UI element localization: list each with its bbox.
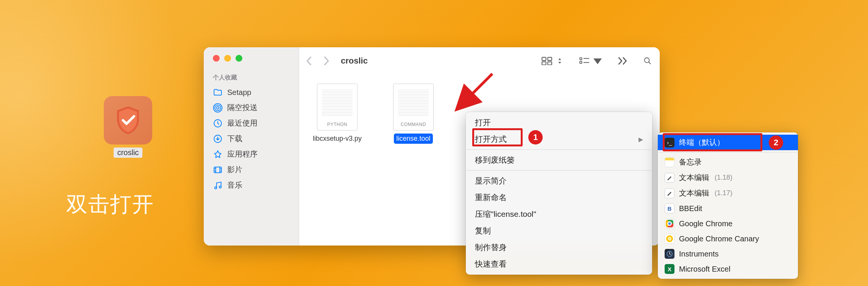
folder-icon [213,87,223,97]
menu-divider [467,170,651,171]
svg-point-14 [645,58,649,63]
submenu-item-chrome[interactable]: Google Chrome [658,216,798,231]
chrome-canary-app-icon [665,234,674,244]
submenu-item-terminal[interactable]: ›_ 终端（默认） [658,135,798,150]
sidebar-item-label: 应用程序 [227,149,258,159]
svg-point-6 [215,187,217,188]
desktop-app-shortcut[interactable]: croslic [104,96,152,158]
nav-back-button[interactable] [306,56,313,66]
menu-divider [659,152,797,152]
svg-rect-12 [580,58,582,59]
open-with-submenu: ›_ 终端（默认） 备忘录 文本编辑(1.18) 文本编辑(1.17) B BB… [658,132,798,279]
search-button[interactable] [642,57,653,65]
sidebar-item-label: Setapp [227,88,251,97]
file-item[interactable]: COMMAND license.tool [386,84,441,144]
sidebar-item-label: 下载 [227,134,242,144]
movies-icon [213,165,223,175]
sidebar-item-label: 最近使用 [227,118,258,128]
svg-rect-11 [548,62,552,65]
instruments-app-icon [665,249,674,259]
svg-rect-8 [542,58,546,61]
maximize-window-button[interactable] [236,55,242,62]
sidebar-item-airdrop[interactable]: 隔空投送 [204,100,299,115]
sidebar-item-label: 隔空投送 [227,103,258,113]
menu-item-quicklook[interactable]: 快速查看 [466,256,652,272]
file-name-label: libcxsetup-v3.py [311,134,364,144]
sidebar-item-movies[interactable]: 影片 [204,162,299,177]
file-name-label: license.tool [394,134,432,144]
download-icon [213,134,223,144]
excel-app-icon: X [665,264,674,274]
sidebar-item-label: 音乐 [227,180,242,190]
clock-icon [213,118,223,128]
terminal-app-icon: ›_ [665,138,674,148]
view-mode-button[interactable] [542,57,565,65]
svg-rect-10 [542,62,546,65]
context-menu: 打开 打开方式 ▶ 移到废纸篓 显示简介 重新命名 压缩"license.too… [466,112,652,275]
sidebar-item-applications[interactable]: 应用程序 [204,146,299,162]
chrome-app-icon [665,219,674,228]
textedit-app-icon [665,188,674,198]
submenu-item-textedit[interactable]: 文本编辑(1.17) [658,185,798,201]
svg-point-0 [217,106,219,109]
submenu-item-bbedit[interactable]: B BBEdit [658,201,798,216]
bbedit-app-icon: B [665,204,674,213]
submenu-item-notes[interactable]: 备忘录 [658,154,798,170]
group-by-button[interactable] [579,57,603,65]
instruction-text: 双击打开 [66,190,154,219]
notes-app-icon [665,157,674,167]
menu-item-rename[interactable]: 重新命名 [466,189,652,206]
sidebar-item-downloads[interactable]: 下载 [204,131,299,146]
applications-icon [213,149,223,159]
file-type-tag: COMMAND [401,122,426,127]
svg-rect-13 [580,61,582,63]
window-controls [204,55,299,62]
file-type-tag: PYTHON [327,122,347,127]
airdrop-icon [213,103,223,113]
close-window-button[interactable] [213,55,220,62]
menu-item-get-info[interactable]: 显示简介 [466,173,652,189]
desktop-app-label: croslic [114,148,143,158]
command-file-icon: COMMAND [393,84,434,131]
sidebar-item-music[interactable]: 音乐 [204,177,299,193]
sidebar-item-setapp[interactable]: Setapp [204,85,299,100]
svg-rect-5 [214,167,222,173]
python-file-icon: PYTHON [317,84,358,131]
shield-app-icon [104,96,152,145]
submenu-item-textedit[interactable]: 文本编辑(1.18) [658,170,798,185]
sidebar-favorites-header: 个人收藏 [204,72,299,85]
file-item[interactable]: PYTHON libcxsetup-v3.py [310,84,365,144]
menu-divider [467,149,651,150]
menu-item-trash[interactable]: 移到废纸篓 [466,152,652,168]
more-actions-button[interactable] [617,57,628,65]
svg-rect-9 [548,58,552,61]
menu-item-copy[interactable]: 复制 [466,222,652,239]
minimize-window-button[interactable] [224,55,231,62]
submenu-item-chrome-canary[interactable]: Google Chrome Canary [658,231,798,246]
sidebar-item-recents[interactable]: 最近使用 [204,115,299,131]
textedit-app-icon [665,173,674,183]
submenu-item-instruments[interactable]: Instruments [658,246,798,261]
finder-sidebar: 个人收藏 Setapp 隔空投送 最近使用 下载 应用程序 影片 音乐 [204,47,299,246]
svg-point-7 [219,186,221,188]
submenu-item-excel[interactable]: X Microsoft Excel [658,261,798,277]
nav-forward-button[interactable] [323,56,329,66]
menu-item-open-with[interactable]: 打开方式 ▶ [466,131,652,148]
menu-item-open[interactable]: 打开 [466,114,652,131]
svg-point-1 [215,105,220,110]
menu-item-alias[interactable]: 制作替身 [466,239,652,256]
music-icon [213,180,223,190]
sidebar-item-label: 影片 [227,165,242,175]
chevron-right-icon: ▶ [639,136,643,143]
menu-item-compress[interactable]: 压缩"license.tool" [466,206,652,222]
finder-toolbar: croslic [299,47,660,75]
folder-title: croslic [341,56,368,66]
